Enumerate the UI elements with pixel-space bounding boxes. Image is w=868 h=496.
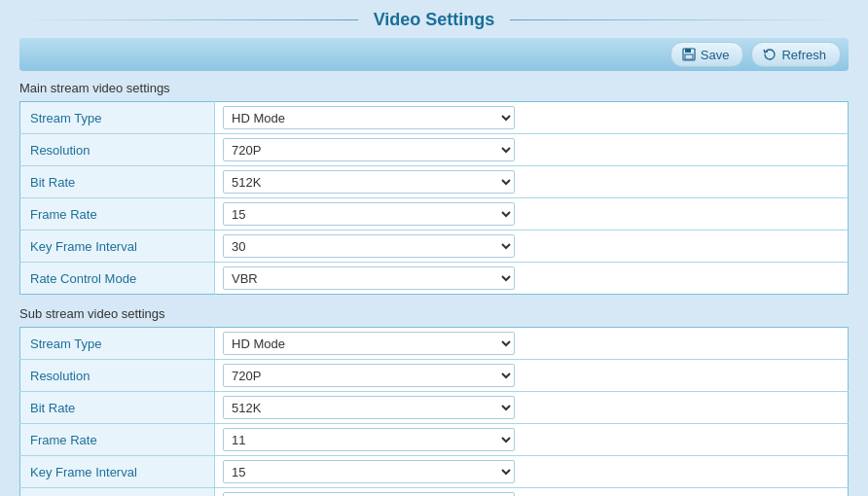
field-label: Frame Rate — [20, 424, 215, 456]
save-label: Save — [701, 48, 730, 62]
field-label: Bit Rate — [20, 166, 215, 198]
table-row: Rate Control ModeVBRCBR — [20, 263, 849, 295]
field-label: Frame Rate — [20, 198, 215, 230]
title-line-right — [510, 19, 849, 20]
sub-frame_rate-select[interactable]: 11152530 — [223, 428, 515, 451]
sub-rate_control_mode-select[interactable]: CBRVBR — [223, 492, 515, 496]
field-label: Stream Type — [20, 328, 215, 360]
table-row: Key Frame Interval153060 — [20, 456, 849, 488]
refresh-button[interactable]: Refresh — [751, 42, 841, 67]
table-row: Frame Rate11152530 — [20, 424, 849, 456]
svg-rect-2 — [685, 54, 693, 59]
field-label: Rate Control Mode — [20, 263, 215, 295]
main-rate_control_mode-select[interactable]: VBRCBR — [223, 266, 515, 290]
sub-resolution-select[interactable]: 720P1080P480P — [223, 364, 515, 387]
refresh-label: Refresh — [781, 48, 826, 62]
sub-stream-table: Stream TypeHD ModeSD ModeResolution720P1… — [19, 327, 849, 496]
field-label: Rate Control Mode — [20, 488, 215, 497]
table-row: Frame Rate152530 — [20, 198, 849, 230]
sub-stream_type-select[interactable]: HD ModeSD Mode — [223, 332, 515, 355]
field-label: Key Frame Interval — [20, 456, 215, 488]
title-line-left — [19, 19, 358, 20]
page-container: Video Settings Save Refresh — [0, 0, 868, 496]
main-stream-table: Stream TypeHD ModeSD ModeResolution720P1… — [19, 101, 849, 295]
main-key_frame_interval-select[interactable]: 306090 — [223, 234, 515, 258]
save-icon — [681, 47, 697, 62]
field-label: Resolution — [20, 360, 215, 392]
main-bit_rate-select[interactable]: 512K1M2M4M — [223, 170, 515, 194]
main-stream-section-title: Main stream video settings — [19, 81, 849, 95]
sub-key_frame_interval-select[interactable]: 153060 — [223, 460, 515, 483]
main-stream_type-select[interactable]: HD ModeSD Mode — [223, 106, 515, 129]
table-row: Bit Rate512K1M2M4M — [20, 166, 849, 198]
field-label: Resolution — [20, 134, 215, 166]
toolbar: Save Refresh — [19, 38, 849, 71]
title-row: Video Settings — [19, 10, 849, 30]
svg-rect-1 — [685, 49, 691, 53]
table-row: Bit Rate512K1M2M4M — [20, 392, 849, 424]
table-row: Resolution720P1080P480P — [20, 134, 849, 166]
field-label: Bit Rate — [20, 392, 215, 424]
table-row: Key Frame Interval306090 — [20, 230, 849, 263]
refresh-icon — [762, 47, 778, 62]
field-label: Key Frame Interval — [20, 230, 215, 263]
field-label: Stream Type — [20, 102, 215, 134]
page-title: Video Settings — [358, 10, 511, 30]
sub-bit_rate-select[interactable]: 512K1M2M4M — [223, 396, 515, 419]
main-resolution-select[interactable]: 720P1080P480P — [223, 138, 515, 161]
table-row: Rate Control ModeCBRVBR — [20, 488, 849, 497]
sub-stream-section-title: Sub stream video settings — [19, 306, 849, 321]
table-row: Resolution720P1080P480P — [20, 360, 849, 392]
main-frame_rate-select[interactable]: 152530 — [223, 202, 515, 226]
table-row: Stream TypeHD ModeSD Mode — [20, 328, 849, 360]
table-row: Stream TypeHD ModeSD Mode — [20, 102, 849, 134]
save-button[interactable]: Save — [670, 42, 744, 67]
